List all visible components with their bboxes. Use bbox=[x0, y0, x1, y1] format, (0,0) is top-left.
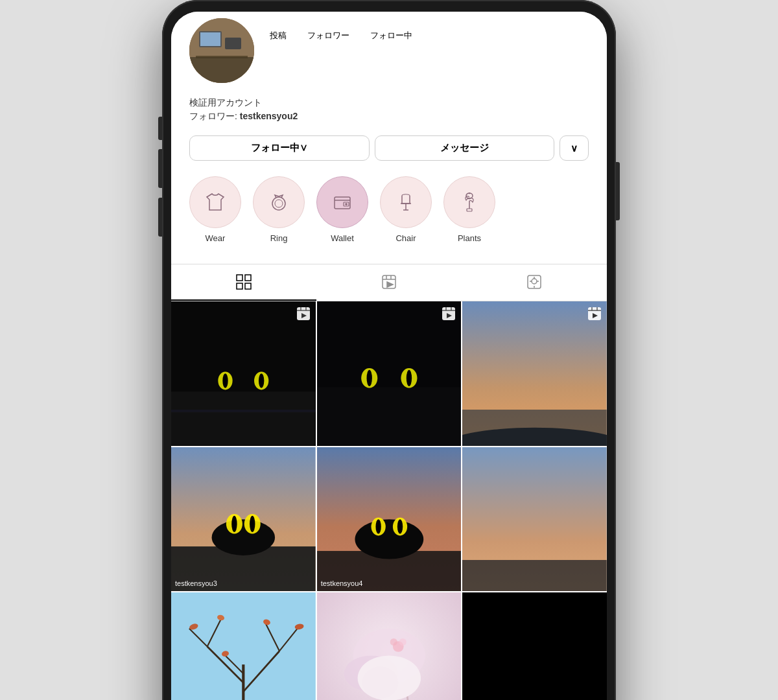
phone-screen: 投稿 フォロワー フォロー中 検証用アカウント フォロワー: testke bbox=[171, 12, 607, 700]
svg-point-11 bbox=[466, 193, 473, 198]
cell-label-4: testkensyou3 bbox=[175, 579, 217, 587]
tab-reels[interactable] bbox=[316, 264, 462, 301]
grid-cell-3[interactable] bbox=[462, 301, 607, 446]
message-button[interactable]: メッセージ bbox=[375, 135, 555, 161]
followers-label: フォロワー bbox=[307, 30, 349, 41]
svg-point-79 bbox=[390, 638, 397, 646]
avatar bbox=[189, 18, 254, 83]
tagged-icon bbox=[526, 274, 543, 290]
cat-photo-1 bbox=[171, 447, 316, 592]
highlight-plants[interactable]: Plants bbox=[443, 176, 495, 243]
follow-button[interactable]: フォロー中∨ bbox=[189, 135, 370, 161]
svg-point-10 bbox=[346, 204, 347, 205]
highlight-wear[interactable]: Wear bbox=[189, 176, 241, 243]
svg-rect-12 bbox=[467, 209, 472, 211]
chair-label: Chair bbox=[395, 233, 416, 243]
svg-point-26 bbox=[259, 373, 264, 388]
soft-photo bbox=[317, 592, 462, 700]
reel-badge-2 bbox=[442, 307, 456, 323]
svg-point-45 bbox=[212, 519, 275, 555]
tab-grid[interactable] bbox=[171, 264, 316, 301]
wear-label: Wear bbox=[206, 233, 226, 243]
highlight-chair[interactable]: Chair bbox=[380, 176, 432, 243]
profile-info: 検証用アカウント フォロワー: testkensyou2 bbox=[189, 93, 589, 129]
branches-photo bbox=[171, 592, 316, 700]
svg-point-34 bbox=[366, 370, 371, 386]
cat-image-1 bbox=[171, 301, 316, 446]
reel-icon-svg bbox=[296, 307, 311, 321]
avatar-container bbox=[189, 18, 254, 83]
grid-cell-6[interactable] bbox=[462, 447, 607, 592]
reel-icon-svg-2 bbox=[442, 307, 456, 321]
svg-rect-8 bbox=[335, 197, 350, 209]
more-button[interactable]: ∨ bbox=[560, 135, 589, 161]
highlight-wallet[interactable]: Wallet bbox=[316, 176, 368, 243]
reels-icon bbox=[381, 274, 397, 290]
plant-icon bbox=[458, 191, 481, 214]
highlights-row: Wear Ring bbox=[189, 171, 589, 253]
svg-point-52 bbox=[355, 519, 423, 559]
stats-row: 投稿 フォロワー フォロー中 bbox=[270, 18, 412, 41]
reel-badge-3 bbox=[587, 307, 602, 323]
highlight-wear-circle bbox=[189, 176, 241, 228]
svg-rect-14 bbox=[245, 275, 251, 281]
grid-cell-4[interactable]: testkensyou3 bbox=[171, 447, 316, 592]
avatar-svg bbox=[189, 18, 254, 83]
phone-frame: 投稿 フォロワー フォロー中 検証用アカウント フォロワー: testke bbox=[162, 0, 616, 700]
volume-silent-button bbox=[158, 117, 162, 140]
svg-point-20 bbox=[532, 279, 537, 284]
svg-rect-3 bbox=[200, 32, 220, 46]
profile-description: 検証用アカウント bbox=[189, 96, 589, 110]
svg-point-55 bbox=[375, 519, 381, 533]
svg-rect-0 bbox=[189, 18, 254, 83]
svg-rect-4 bbox=[225, 38, 241, 49]
tab-tagged[interactable] bbox=[462, 264, 607, 301]
ring-icon bbox=[267, 191, 290, 214]
cat-photo-2 bbox=[317, 447, 462, 592]
svg-point-78 bbox=[399, 638, 406, 646]
svg-rect-1 bbox=[189, 57, 254, 83]
grid-cell-1[interactable] bbox=[171, 301, 316, 446]
svg-rect-41 bbox=[588, 307, 601, 320]
grid-cell-9[interactable] bbox=[462, 592, 607, 700]
svg-rect-58 bbox=[462, 560, 607, 592]
sunset-photo-2 bbox=[462, 447, 607, 592]
svg-rect-28 bbox=[297, 307, 310, 320]
reel-icon-svg-3 bbox=[587, 307, 602, 321]
svg-rect-13 bbox=[237, 275, 242, 281]
volume-up-button bbox=[158, 149, 162, 188]
svg-rect-15 bbox=[237, 283, 242, 289]
chair-icon bbox=[394, 191, 418, 214]
plants-label: Plants bbox=[458, 233, 481, 243]
shirt-icon bbox=[204, 191, 227, 214]
cell-label-5: testkensyou4 bbox=[321, 579, 363, 587]
highlight-ring[interactable]: Ring bbox=[253, 176, 305, 243]
avatar-image bbox=[189, 18, 254, 83]
grid-cell-5[interactable]: testkensyou4 bbox=[317, 447, 462, 592]
svg-point-48 bbox=[231, 515, 237, 531]
highlight-plants-circle bbox=[443, 176, 495, 228]
stat-followers: フォロワー bbox=[307, 29, 349, 41]
posts-label: 投稿 bbox=[270, 30, 287, 41]
profile-top: 投稿 フォロワー フォロー中 bbox=[189, 12, 589, 93]
following-label: フォロー中 bbox=[370, 30, 412, 41]
svg-point-83 bbox=[362, 666, 398, 699]
highlight-ring-circle bbox=[253, 176, 305, 228]
svg-point-49 bbox=[250, 515, 255, 531]
svg-rect-22 bbox=[171, 391, 316, 445]
cat-image-2 bbox=[317, 301, 462, 446]
volume-down-button bbox=[158, 198, 162, 237]
grid-cell-7[interactable] bbox=[171, 592, 316, 700]
svg-point-7 bbox=[275, 200, 283, 207]
power-button bbox=[616, 162, 620, 220]
profile-section: 投稿 フォロワー フォロー中 検証用アカウント フォロワー: testke bbox=[171, 12, 607, 264]
svg-rect-27 bbox=[171, 410, 316, 412]
svg-point-56 bbox=[397, 519, 403, 533]
grid-cell-2[interactable] bbox=[317, 301, 462, 446]
grid-icon bbox=[235, 274, 252, 290]
follower-name[interactable]: testkensyou2 bbox=[240, 111, 298, 121]
highlight-wallet-circle bbox=[316, 176, 368, 228]
grid-cell-8[interactable] bbox=[317, 592, 462, 700]
sunset-image-1 bbox=[462, 301, 607, 446]
wallet-icon bbox=[331, 191, 354, 214]
